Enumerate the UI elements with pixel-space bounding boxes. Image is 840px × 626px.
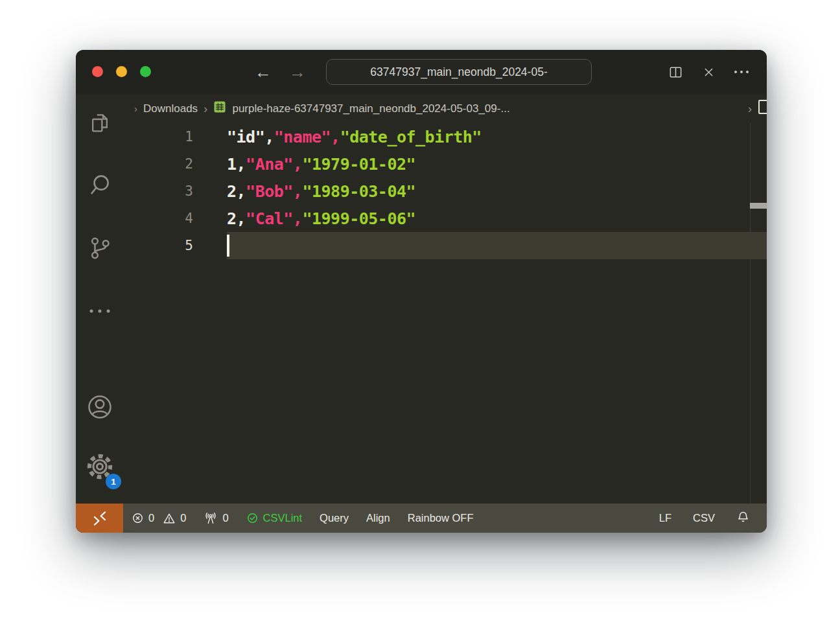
additional-views-icon[interactable] xyxy=(89,310,110,313)
csv-token: "1979-01-02" xyxy=(302,155,415,174)
zoom-window-button[interactable] xyxy=(140,66,151,77)
back-arrow-icon[interactable]: ← xyxy=(255,62,272,82)
explorer-icon[interactable] xyxy=(87,109,113,139)
close-editor-icon[interactable] xyxy=(703,66,715,78)
breadcrumb-item-downloads[interactable]: Downloads xyxy=(143,102,198,115)
code-line-active[interactable]: 5 xyxy=(123,232,767,259)
remote-icon xyxy=(91,510,108,527)
align-button[interactable]: Align xyxy=(366,512,390,524)
code-line[interactable]: 1 "id","name","date_of_birth" xyxy=(123,123,767,150)
breadcrumb-item-filename[interactable]: purple-haze-63747937_main_neondb_2024-05… xyxy=(232,102,509,115)
editor[interactable]: 1 "id","name","date_of_birth" 2 1,"Ana",… xyxy=(123,123,767,504)
line-number: 4 xyxy=(123,211,193,226)
warning-count: 0 xyxy=(180,512,186,524)
line-number: 2 xyxy=(123,156,193,172)
code-line[interactable]: 3 2,"Bob","1989-03-04" xyxy=(123,178,767,205)
csv-token: "Cal", xyxy=(246,209,302,228)
csv-file-icon xyxy=(213,100,226,117)
minimize-window-button[interactable] xyxy=(116,66,127,77)
csv-token: 2, xyxy=(227,209,246,228)
chevron-right-icon: › xyxy=(204,102,207,115)
csv-token: "1999-05-06" xyxy=(302,209,415,228)
csvlint-label: CSVLint xyxy=(263,512,303,524)
remote-indicator[interactable] xyxy=(76,504,123,533)
broadcast-tower-icon xyxy=(204,511,218,526)
csv-token: 1, xyxy=(227,155,246,174)
status-bar: 0 0 0 xyxy=(76,504,767,533)
csv-token: "date_of_birth" xyxy=(340,128,482,146)
warning-icon xyxy=(163,512,176,525)
symbol-icon[interactable] xyxy=(758,99,767,118)
problems-status[interactable]: 0 0 xyxy=(132,512,186,525)
csvlint-status[interactable]: CSVLint xyxy=(246,512,303,524)
csv-token: "Bob", xyxy=(246,182,302,201)
query-button[interactable]: Query xyxy=(320,512,349,524)
more-actions-icon[interactable] xyxy=(734,71,749,73)
window-title-text: 63747937_main_neondb_2024-05- xyxy=(370,65,547,79)
line-number: 5 xyxy=(123,238,193,253)
account-icon[interactable] xyxy=(86,393,114,424)
chevron-right-icon: › xyxy=(748,102,752,115)
code-line[interactable]: 2 1,"Ana","1979-01-02" xyxy=(123,150,767,178)
breadcrumb: › Downloads › purple-haze-63747937_main_… xyxy=(123,94,767,123)
notifications-bell-icon[interactable] xyxy=(736,510,750,526)
check-circle-icon xyxy=(246,512,259,524)
ports-status[interactable]: 0 xyxy=(204,511,228,526)
eol-indicator[interactable]: LF xyxy=(659,512,671,524)
source-control-icon[interactable] xyxy=(87,234,113,265)
activity-bar: 1 xyxy=(76,94,123,504)
csv-token: 2, xyxy=(227,182,246,201)
traffic-lights xyxy=(92,66,151,77)
search-icon[interactable] xyxy=(86,172,113,202)
command-center-title[interactable]: 63747937_main_neondb_2024-05- xyxy=(326,59,592,85)
ports-count: 0 xyxy=(222,512,228,524)
breadcrumb-lead-chevron-icon: › xyxy=(134,104,137,113)
line-number: 1 xyxy=(123,129,193,145)
title-bar: ← → 63747937_main_neondb_2024-05- xyxy=(76,50,767,94)
csv-token: "1989-03-04" xyxy=(302,182,415,201)
split-editor-icon[interactable] xyxy=(668,65,683,80)
settings-badge: 1 xyxy=(106,474,121,489)
line-number: 3 xyxy=(123,183,193,199)
error-icon xyxy=(132,512,144,524)
csv-token: "name", xyxy=(274,128,340,146)
close-window-button[interactable] xyxy=(92,66,103,77)
rainbow-toggle[interactable]: Rainbow OFF xyxy=(408,512,474,524)
code-line[interactable]: 4 2,"Cal","1999-05-06" xyxy=(123,205,767,232)
error-count: 0 xyxy=(148,512,154,524)
csv-token: "id", xyxy=(227,128,274,146)
text-cursor xyxy=(227,235,229,257)
vscode-window: ← → 63747937_main_neondb_2024-05- xyxy=(76,50,767,533)
forward-arrow-icon[interactable]: → xyxy=(289,62,306,82)
csv-token: "Ana", xyxy=(246,155,302,174)
language-mode[interactable]: CSV xyxy=(693,512,715,524)
